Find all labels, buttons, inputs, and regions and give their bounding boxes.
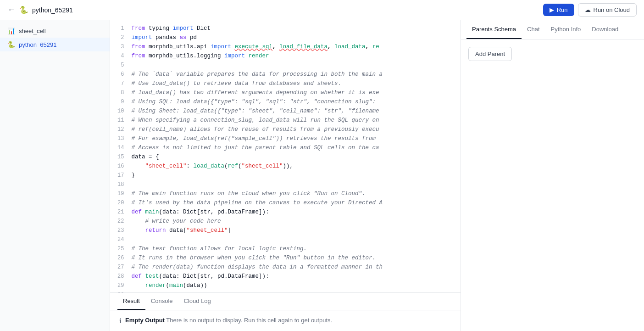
back-button[interactable]: ← bbox=[7, 5, 16, 15]
run-on-cloud-button[interactable]: ☁ Run on Cloud bbox=[578, 3, 637, 17]
bottom-tab-bar: Result Console Cloud Log bbox=[110, 293, 461, 310]
cloud-icon: ☁ bbox=[585, 6, 591, 13]
header-right: ▶ Run ☁ Run on Cloud bbox=[543, 3, 637, 17]
line-numbers: 1 2 3 4 5 6 7 8 9 10 11 12 13 14 bbox=[110, 20, 131, 292]
tab-python-info[interactable]: Python Info bbox=[545, 20, 587, 39]
cell-name: python_65291 bbox=[32, 6, 73, 14]
editor-column: 1 2 3 4 5 6 7 8 9 10 11 12 13 14 bbox=[110, 20, 461, 331]
add-parent-button[interactable]: Add Parent bbox=[468, 47, 512, 61]
sheet-icon: 📊 bbox=[7, 27, 15, 34]
empty-output-label: Empty Output bbox=[125, 317, 165, 324]
code-content[interactable]: from typing import Dict import pandas as… bbox=[131, 20, 461, 292]
bottom-content: ℹ Empty Output There is no output to dis… bbox=[110, 310, 461, 331]
tab-download[interactable]: Download bbox=[586, 20, 624, 39]
sidebar: 📊 sheet_cell 🐍 python_65291 bbox=[0, 20, 110, 331]
sidebar-item-label: sheet_cell bbox=[19, 28, 46, 34]
sidebar-item-python[interactable]: 🐍 python_65291 bbox=[0, 38, 110, 51]
tab-console[interactable]: Console bbox=[145, 293, 178, 310]
tab-chat[interactable]: Chat bbox=[522, 20, 545, 39]
header-left: ← 🐍 python_65291 bbox=[7, 5, 73, 15]
empty-output-message: There is no output to display. Run this … bbox=[166, 317, 332, 324]
main-area: 📊 sheet_cell 🐍 python_65291 1 2 3 4 5 bbox=[0, 20, 644, 331]
run-button[interactable]: ▶ Run bbox=[543, 4, 574, 16]
tab-result[interactable]: Result bbox=[117, 293, 145, 310]
right-panel-content: Add Parent bbox=[461, 39, 644, 331]
python-sidebar-icon: 🐍 bbox=[7, 41, 15, 48]
editor-panel-container: 1 2 3 4 5 6 7 8 9 10 11 12 13 14 bbox=[110, 20, 644, 331]
sidebar-item-sheet-cell[interactable]: 📊 sheet_cell bbox=[0, 24, 110, 38]
info-icon: ℹ bbox=[119, 317, 122, 325]
right-tab-bar: Parents Schema Chat Python Info Download bbox=[461, 20, 644, 39]
bottom-tabs-container: Result Console Cloud Log ℹ Empty Output … bbox=[110, 292, 461, 331]
run-icon: ▶ bbox=[550, 6, 554, 13]
tab-parents-schema[interactable]: Parents Schema bbox=[466, 20, 522, 39]
python-icon: 🐍 bbox=[19, 6, 28, 14]
code-editor[interactable]: 1 2 3 4 5 6 7 8 9 10 11 12 13 14 bbox=[110, 20, 461, 292]
tab-cloud-log[interactable]: Cloud Log bbox=[178, 293, 217, 310]
header: ← 🐍 python_65291 ▶ Run ☁ Run on Cloud bbox=[0, 0, 644, 20]
sidebar-item-label: python_65291 bbox=[19, 41, 56, 48]
right-panel: Parents Schema Chat Python Info Download… bbox=[461, 20, 644, 331]
